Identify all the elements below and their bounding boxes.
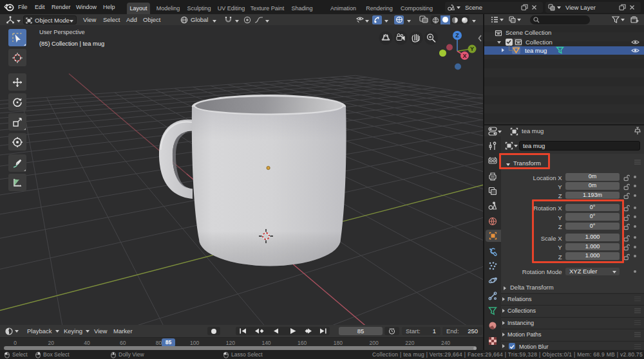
svg-text:X: X — [462, 53, 466, 59]
svg-text:Y: Y — [470, 46, 474, 52]
svg-text:Z: Z — [455, 32, 459, 39]
